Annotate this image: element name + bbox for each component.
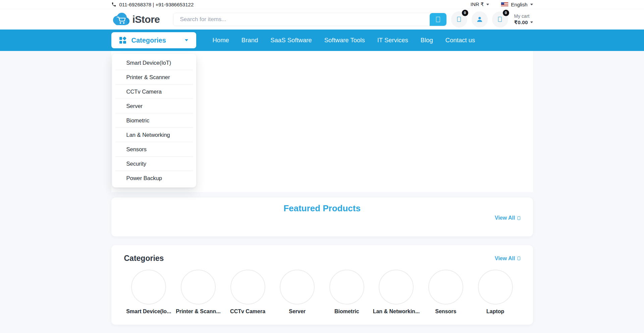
menu-item-printer-scanner[interactable]: Printer & Scanner [115,70,193,85]
search-bar [173,13,447,26]
category-tile-sensors[interactable]: Sensors [421,270,471,315]
nav-link-saas-software[interactable]: SaaS Software [270,37,312,44]
featured-products-section: Featured Products View All [111,198,533,236]
category-tile-cctv-camera[interactable]: CCTv Camera [223,270,273,315]
account-button[interactable] [472,11,488,27]
menu-item-smart-device-iot[interactable]: Smart Device(IoT) [115,56,193,70]
category-tile-lan-networking[interactable]: Lan & Networkin... [372,270,421,315]
chevron-down-icon [530,4,533,5]
category-tile-label: Smart Device(Io... [126,309,171,315]
chevron-down-icon [185,39,188,41]
category-image-placeholder [379,270,414,304]
cart-count-badge: 0 [503,10,509,16]
category-image-placeholder [181,270,216,304]
category-tile-biometric[interactable]: Biometric [322,270,372,315]
menu-item-sensors[interactable]: Sensors [115,142,193,157]
nav-link-contact-us[interactable]: Contact us [445,37,475,44]
brand-name: iStore [132,14,160,25]
language-selector[interactable]: English [501,2,533,7]
view-all-label: View All [495,215,515,221]
language-label: English [511,2,527,7]
main-content: Smart Device(IoT) Printer & Scanner CCTv… [0,51,644,333]
phone-numbers: 011-69268378 | +91-9386653122 [119,2,194,7]
currency-selector[interactable]: INR ₹ [471,1,489,7]
category-tile-printer-scanner[interactable]: Printer & Scann... [173,270,223,315]
cart-total: ₹0.00 [514,19,528,25]
categories-menu-button[interactable]: Categories [111,32,196,48]
category-tiles-row: Smart Device(Io... Printer & Scann... CC… [124,270,520,315]
phone-icon [111,2,116,7]
nav-link-software-tools[interactable]: Software Tools [324,37,365,44]
menu-item-security[interactable]: Security [115,157,193,171]
currency-label: INR ₹ [471,1,484,7]
nav-link-brand[interactable]: Brand [241,37,258,44]
view-all-label: View All [495,256,515,262]
search-input[interactable] [173,13,430,26]
category-tile-label: Biometric [334,309,359,315]
search-button[interactable] [430,13,446,26]
menu-item-lan-networking[interactable]: Lan & Networking [115,128,193,142]
nav-link-it-services[interactable]: IT Services [377,37,408,44]
category-tile-label: Printer & Scann... [176,309,220,315]
category-tile-smart-device[interactable]: Smart Device(Io... [124,270,174,315]
categories-section: Categories View All Smart Device(Io... P… [111,245,533,325]
category-tile-label: Laptop [486,309,504,315]
categories-section-title: Categories [124,254,164,263]
nav-link-blog[interactable]: Blog [421,37,433,44]
brand-logo[interactable]: iStore [111,12,160,26]
category-image-placeholder [478,270,513,304]
categories-view-all-link[interactable]: View All [495,256,520,262]
main-header: iStore 0 0 My car [0,9,644,30]
user-icon [476,15,484,23]
menu-item-cctv-camera[interactable]: CCTv Camera [115,85,193,99]
category-tile-label: CCTv Camera [230,309,265,315]
category-tile-label: Sensors [435,309,456,315]
chevron-down-icon [486,4,489,5]
nav-link-home[interactable]: Home [213,37,229,44]
cart-icon [498,17,502,22]
arrow-right-icon [518,216,520,220]
menu-item-biometric[interactable]: Biometric [115,113,193,128]
arrow-right-icon [518,257,520,260]
category-image-placeholder [329,270,364,304]
categories-dropdown-menu: Smart Device(IoT) Printer & Scanner CCTv… [112,54,196,187]
category-image-placeholder [131,270,166,304]
grid-icon [119,37,126,44]
category-image-placeholder [428,270,463,304]
featured-products-title: Featured Products [111,198,533,214]
phone-contact: 011-69268378 | +91-9386653122 [111,2,194,7]
category-tile-label: Server [289,309,306,315]
my-cart-label: My cart [514,13,533,19]
category-tile-label: Lan & Networkin... [373,309,420,315]
wishlist-button[interactable]: 0 [451,11,467,27]
chevron-down-icon [530,21,533,23]
wishlist-icon [457,17,461,22]
category-tile-server[interactable]: Server [272,270,322,315]
featured-view-all-link[interactable]: View All [495,215,520,221]
nav-links: Home Brand SaaS Software Software Tools … [213,37,475,44]
category-tile-laptop[interactable]: Laptop [471,270,520,315]
menu-item-server[interactable]: Server [115,99,193,113]
category-image-placeholder [230,270,265,304]
top-bar: 011-69268378 | +91-9386653122 INR ₹ Engl… [0,0,644,9]
category-image-placeholder [280,270,315,304]
categories-button-label: Categories [131,37,166,44]
cart-button[interactable]: 0 [492,11,508,27]
cloud-cart-icon [111,12,130,26]
us-flag-icon [501,2,508,6]
my-cart-summary[interactable]: My cart ₹0.00 [514,13,533,25]
menu-item-power-backup[interactable]: Power Backup [115,171,193,185]
wishlist-count-badge: 0 [462,10,468,16]
search-icon [436,17,440,22]
primary-nav: Categories Home Brand SaaS Software Soft… [0,30,644,51]
